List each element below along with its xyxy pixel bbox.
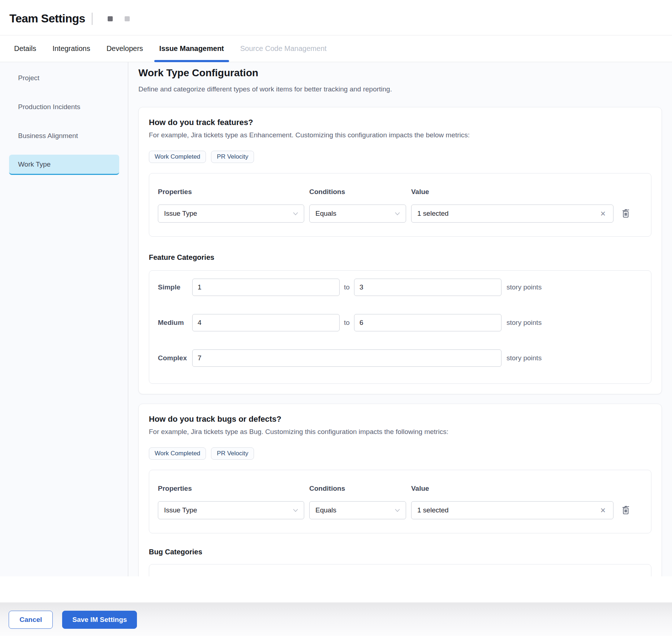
feature-categories-box: Simple to story points Medium to story p… bbox=[149, 270, 651, 384]
category-label: Medium bbox=[158, 319, 192, 327]
bugs-metric-badges: Work Completed PR Velocity bbox=[149, 447, 651, 460]
page-subtitle: Define and categorize different types of… bbox=[138, 85, 662, 93]
features-delete-rule-button[interactable] bbox=[619, 206, 633, 221]
team-settings-screen: Team Settings Details Integrations Devel… bbox=[0, 0, 672, 636]
badge-work-completed: Work Completed bbox=[149, 151, 206, 163]
close-icon[interactable]: ✕ bbox=[599, 210, 607, 218]
page-title: Work Type Configuration bbox=[138, 66, 662, 80]
features-card: How do you track features? For example, … bbox=[138, 107, 662, 394]
to-label: to bbox=[340, 283, 354, 291]
features-metric-badges: Work Completed PR Velocity bbox=[149, 151, 651, 163]
category-row-simple: Simple to story points bbox=[158, 279, 642, 296]
bugs-rule-box: Properties Conditions Value Issue Type E… bbox=[149, 470, 651, 533]
header-square-icon-light bbox=[125, 16, 130, 21]
bug-categories-heading: Bug Categories bbox=[149, 548, 651, 556]
column-header-value: Value bbox=[411, 188, 613, 196]
category-row-complex: Complex story points bbox=[158, 349, 642, 367]
features-value-select[interactable]: 1 selected ✕ bbox=[411, 205, 613, 223]
settings-sidebar: Project Production Incidents Business Al… bbox=[0, 62, 128, 576]
features-property-select[interactable]: Issue Type bbox=[158, 205, 304, 223]
sidebar-item-work-type[interactable]: Work Type bbox=[9, 155, 119, 175]
bugs-value-select[interactable]: 1 selected ✕ bbox=[411, 501, 613, 519]
settings-tabbar: Details Integrations Developers Issue Ma… bbox=[0, 35, 672, 62]
features-rule-box: Properties Conditions Value Issue Type E… bbox=[149, 173, 651, 237]
body-region: Project Production Incidents Business Al… bbox=[0, 62, 672, 576]
story-points-label: story points bbox=[501, 354, 642, 362]
column-header-conditions: Conditions bbox=[309, 485, 406, 493]
bugs-property-select[interactable]: Issue Type bbox=[158, 501, 304, 519]
column-header-properties: Properties bbox=[158, 188, 304, 196]
badge-pr-velocity: PR Velocity bbox=[211, 151, 254, 163]
badge-work-completed: Work Completed bbox=[149, 447, 206, 460]
bugs-delete-rule-button[interactable] bbox=[619, 503, 633, 517]
app-title: Team Settings bbox=[9, 12, 85, 25]
to-label: to bbox=[340, 319, 354, 327]
tab-integrations[interactable]: Integrations bbox=[52, 35, 90, 62]
features-heading: How do you track features? bbox=[149, 117, 651, 128]
feature-categories-heading: Feature Categories bbox=[149, 253, 651, 262]
features-description: For example, Jira tickets type as Enhanc… bbox=[149, 131, 651, 139]
sidebar-item-project[interactable]: Project bbox=[9, 68, 119, 88]
story-points-label: story points bbox=[501, 283, 642, 291]
save-im-settings-button[interactable]: Save IM Settings bbox=[62, 611, 137, 629]
footer-action-bar: Cancel Save IM Settings bbox=[0, 602, 672, 636]
story-points-label: story points bbox=[501, 319, 642, 327]
column-header-conditions: Conditions bbox=[309, 188, 406, 196]
bugs-condition-select[interactable]: Equals bbox=[309, 501, 406, 519]
title-divider bbox=[92, 13, 92, 25]
medium-from-input[interactable] bbox=[192, 314, 340, 331]
column-header-properties: Properties bbox=[158, 485, 304, 493]
sidebar-item-business-alignment[interactable]: Business Alignment bbox=[9, 126, 119, 146]
category-label: Simple bbox=[158, 283, 192, 291]
chevron-down-icon bbox=[293, 212, 298, 215]
bugs-card: How do you track bugs or defects? For ex… bbox=[138, 404, 662, 576]
simple-from-input[interactable] bbox=[192, 279, 340, 296]
category-row-medium: Medium to story points bbox=[158, 314, 642, 331]
features-condition-select[interactable]: Equals bbox=[309, 205, 406, 223]
chevron-down-icon bbox=[395, 212, 400, 215]
badge-pr-velocity: PR Velocity bbox=[211, 447, 254, 460]
complex-from-input[interactable] bbox=[192, 349, 501, 367]
chevron-down-icon bbox=[293, 509, 298, 512]
trash-icon bbox=[620, 504, 631, 517]
category-label: Complex bbox=[158, 354, 192, 362]
bugs-description: For example, Jira tickets type as Bug. C… bbox=[149, 428, 651, 436]
tab-developers[interactable]: Developers bbox=[107, 35, 143, 62]
tab-issue-management[interactable]: Issue Management bbox=[159, 35, 224, 62]
app-header: Team Settings bbox=[0, 0, 672, 35]
bug-categories-box bbox=[149, 564, 651, 576]
trash-icon bbox=[620, 207, 631, 220]
header-square-icon-dark bbox=[108, 16, 113, 21]
main-content: Work Type Configuration Define and categ… bbox=[128, 62, 672, 576]
tab-details[interactable]: Details bbox=[14, 35, 36, 62]
cancel-button[interactable]: Cancel bbox=[9, 611, 53, 629]
simple-to-input[interactable] bbox=[354, 279, 501, 296]
close-icon[interactable]: ✕ bbox=[599, 506, 607, 515]
column-header-value: Value bbox=[411, 485, 613, 493]
bugs-heading: How do you track bugs or defects? bbox=[149, 414, 651, 424]
chevron-down-icon bbox=[395, 509, 400, 512]
tab-source-code-management[interactable]: Source Code Management bbox=[240, 35, 327, 62]
medium-to-input[interactable] bbox=[354, 314, 501, 331]
sidebar-item-production-incidents[interactable]: Production Incidents bbox=[9, 97, 119, 117]
